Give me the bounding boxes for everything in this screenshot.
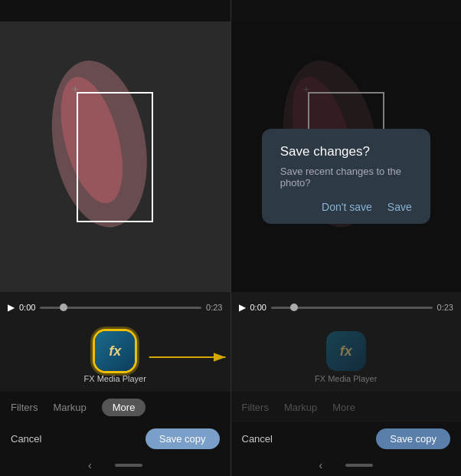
- right-fx-item: fx FX Media Player: [315, 331, 377, 383]
- left-playback-bar: ▶ 0:00 0:23: [0, 292, 230, 323]
- right-tab-more: More: [332, 402, 355, 413]
- fx-icon-circle: fx: [95, 331, 135, 371]
- right-nav-pill: [345, 464, 373, 467]
- right-fx-text: fx: [340, 343, 352, 359]
- right-play-button[interactable]: ▶: [239, 302, 246, 313]
- save-button[interactable]: Save: [387, 201, 412, 213]
- drawing-box: +: [77, 92, 153, 222]
- right-app-row: fx FX Media Player: [231, 323, 462, 392]
- right-progress-track[interactable]: [271, 307, 433, 309]
- fx-media-player-item[interactable]: fx FX Media Player: [84, 331, 146, 383]
- nav-pill: [115, 464, 142, 467]
- right-cancel-button[interactable]: Cancel: [242, 433, 273, 445]
- dialog-actions: Don't save Save: [280, 201, 412, 213]
- time-end: 0:23: [206, 303, 222, 312]
- right-nav-bar: ‹: [231, 455, 462, 476]
- save-copy-button[interactable]: Save copy: [145, 428, 220, 449]
- right-fx-icon: fx: [326, 331, 366, 371]
- left-phone-panel: + ▶ 0:00 0:23 fx FX Media Player: [0, 0, 231, 476]
- left-top-bar: [0, 0, 230, 21]
- play-button[interactable]: ▶: [8, 302, 15, 313]
- back-icon[interactable]: ‹: [88, 459, 92, 471]
- right-save-copy-button[interactable]: Save copy: [376, 428, 450, 449]
- plus-icon: +: [72, 83, 78, 95]
- tab-markup[interactable]: Markup: [53, 402, 86, 413]
- right-top-bar: [231, 0, 462, 21]
- right-bottom-tabs: Filters Markup More: [231, 392, 462, 422]
- right-time-end: 0:23: [437, 303, 453, 312]
- save-changes-dialog: Save changes? Save recent changes to the…: [262, 129, 430, 224]
- right-back-icon[interactable]: ‹: [319, 459, 322, 471]
- dont-save-button[interactable]: Don't save: [322, 201, 372, 213]
- left-app-row: fx FX Media Player: [0, 323, 230, 392]
- left-canvas-area: +: [0, 21, 230, 292]
- dialog-overlay: Save changes? Save recent changes to the…: [231, 21, 462, 292]
- dialog-message: Save recent changes to the photo?: [280, 166, 412, 189]
- app-name-label: FX Media Player: [84, 374, 146, 383]
- right-playback-bar: ▶ 0:00 0:23: [231, 292, 462, 323]
- tab-filters[interactable]: Filters: [11, 402, 38, 413]
- right-app-label: FX Media Player: [315, 374, 377, 383]
- right-time-start: 0:00: [250, 303, 266, 312]
- fx-icon-text: fx: [109, 343, 121, 359]
- time-start: 0:00: [19, 303, 35, 312]
- right-tab-markup: Markup: [284, 402, 317, 413]
- tab-more[interactable]: More: [102, 399, 146, 416]
- right-tab-filters: Filters: [242, 402, 269, 413]
- right-action-bar: Cancel Save copy: [231, 422, 462, 455]
- progress-track[interactable]: [40, 307, 201, 309]
- right-phone-panel: + Save changes? Save recent changes to t…: [231, 0, 462, 476]
- left-action-bar: Cancel Save copy: [0, 422, 230, 455]
- progress-thumb[interactable]: [60, 304, 67, 311]
- dialog-title: Save changes?: [280, 144, 412, 159]
- cancel-button[interactable]: Cancel: [11, 433, 41, 445]
- right-canvas-area: + Save changes? Save recent changes to t…: [231, 21, 462, 292]
- left-bottom-tabs: Filters Markup More: [0, 392, 230, 422]
- right-progress-thumb[interactable]: [290, 304, 298, 311]
- left-nav-bar: ‹: [0, 455, 230, 476]
